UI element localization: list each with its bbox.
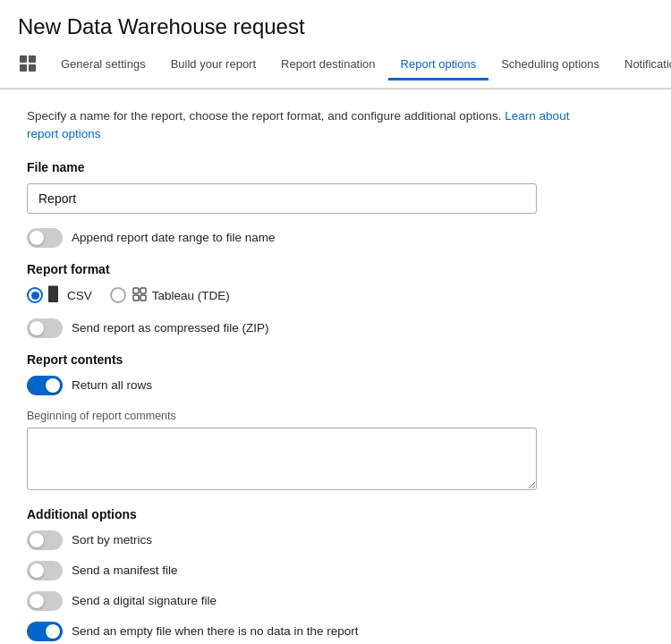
compressed-row: Send report as compressed file (ZIP) — [27, 318, 582, 338]
description-text: Specify a name for the report, choose th… — [27, 109, 502, 123]
page-title: New Data Warehouse request — [18, 14, 653, 39]
send-empty-file-label: Send an empty file when there is no data… — [72, 624, 358, 638]
tab-build-your-report[interactable]: Build your report — [158, 50, 268, 80]
svg-marker-5 — [58, 286, 62, 290]
tab-report-destination[interactable]: Report destination — [268, 50, 388, 80]
sort-by-metrics-toggle[interactable] — [27, 530, 63, 550]
radio-csv-label: CSV — [48, 285, 92, 306]
return-all-rows-row: Return all rows — [27, 376, 582, 395]
csv-icon — [48, 285, 63, 306]
comments-textarea[interactable] — [27, 428, 537, 490]
send-digital-signature-row: Send a digital signature file — [27, 591, 582, 611]
send-empty-file-row: Send an empty file when there is no data… — [27, 622, 582, 641]
additional-options-label: Additional options — [27, 507, 582, 521]
compressed-label: Send report as compressed file (ZIP) — [72, 321, 269, 335]
send-manifest-thumb — [30, 564, 44, 578]
grid-icon — [18, 54, 38, 80]
compressed-thumb — [30, 321, 44, 335]
svg-rect-9 — [133, 295, 139, 301]
send-manifest-label: Send a manifest file — [72, 564, 178, 577]
return-all-rows-thumb — [46, 378, 60, 393]
svg-rect-3 — [29, 64, 36, 72]
append-date-toggle[interactable] — [27, 228, 63, 248]
append-date-label: Append report date range to file name — [72, 231, 275, 244]
append-date-thumb — [30, 231, 44, 245]
svg-rect-1 — [29, 55, 36, 63]
return-all-rows-label: Return all rows — [72, 378, 152, 392]
report-format-section: Report format CSV — [27, 262, 582, 338]
radio-tde[interactable]: Tableau (TDE) — [110, 286, 230, 305]
send-manifest-row: Send a manifest file — [27, 561, 582, 580]
radio-csv-circle — [27, 287, 43, 303]
tab-report-options[interactable]: Report options — [388, 50, 489, 80]
radio-tde-circle — [110, 287, 126, 303]
file-name-section: File name — [27, 160, 582, 214]
description: Specify a name for the report, choose th… — [27, 107, 582, 144]
send-digital-signature-label: Send a digital signature file — [72, 594, 217, 607]
content-area: Specify a name for the report, choose th… — [0, 89, 608, 644]
radio-csv-dot — [31, 292, 39, 300]
additional-options-section: Additional options Sort by metrics Send … — [27, 507, 582, 641]
tab-scheduling-options[interactable]: Scheduling options — [488, 50, 612, 80]
radio-csv[interactable]: CSV — [27, 285, 92, 306]
comments-label: Beginning of report comments — [27, 410, 582, 422]
report-format-radio-group: CSV Tableau (TDE) — [27, 285, 582, 306]
send-digital-signature-thumb — [30, 594, 44, 608]
svg-rect-8 — [140, 288, 146, 293]
sort-by-metrics-thumb — [30, 533, 44, 547]
svg-rect-10 — [140, 295, 146, 301]
radio-tde-label: Tableau (TDE) — [132, 286, 230, 305]
compressed-toggle[interactable] — [27, 318, 63, 338]
send-empty-file-toggle[interactable] — [27, 622, 63, 641]
send-manifest-toggle[interactable] — [27, 561, 63, 580]
report-contents-label: Report contents — [27, 352, 582, 367]
svg-rect-0 — [20, 55, 27, 63]
report-format-label: Report format — [27, 262, 582, 276]
tabs-nav: General settings Build your report Repor… — [18, 50, 653, 80]
svg-rect-2 — [20, 64, 27, 72]
page-header: New Data Warehouse request General setti… — [0, 0, 671, 89]
tab-notification-email[interactable]: Notification email — [612, 50, 671, 80]
tde-icon — [132, 286, 148, 305]
sort-by-metrics-label: Sort by metrics — [72, 533, 152, 547]
comments-section: Beginning of report comments — [27, 410, 582, 493]
report-contents-section: Report contents Return all rows — [27, 352, 582, 395]
tab-general-settings[interactable]: General settings — [48, 50, 158, 80]
append-date-row: Append report date range to file name — [27, 228, 582, 248]
svg-rect-4 — [48, 286, 58, 302]
send-digital-signature-toggle[interactable] — [27, 591, 63, 611]
sort-by-metrics-row: Sort by metrics — [27, 530, 582, 550]
return-all-rows-toggle[interactable] — [27, 376, 63, 395]
file-name-label: File name — [27, 160, 582, 174]
file-name-input[interactable] — [27, 183, 537, 214]
svg-rect-7 — [133, 288, 139, 293]
send-empty-file-thumb — [46, 624, 60, 639]
